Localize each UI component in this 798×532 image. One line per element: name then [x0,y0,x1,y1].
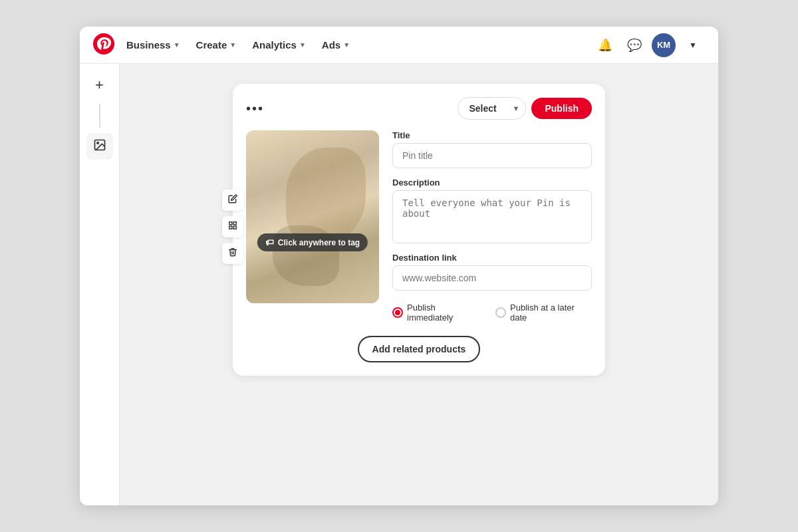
sidebar: + [80,64,120,505]
board-select-wrapper: Select Board 1 Board 2 Board 3 ▼ [458,97,526,120]
svg-rect-3 [229,222,232,225]
card-body: 🏷 Click anywhere to tag Title [246,130,592,323]
edit-tools [222,190,243,264]
publish-immediately-option[interactable]: Publish immediately [392,303,482,323]
svg-point-2 [96,142,98,144]
chat-icon: 💬 [627,38,642,53]
business-chevron-icon: ▼ [174,41,180,49]
plus-icon: + [95,76,104,94]
messages-button[interactable]: 💬 [622,33,646,57]
tag-icon: 🏷 [265,237,274,247]
analytics-chevron-icon: ▼ [299,41,306,49]
image-icon [93,138,106,155]
notifications-button[interactable]: 🔔 [593,33,617,57]
edit-pencil-button[interactable] [222,190,243,211]
destination-input[interactable] [392,265,592,291]
grid-icon [228,221,237,232]
card-footer: Add related products [246,336,592,362]
board-select[interactable]: Select Board 1 Board 2 Board 3 [458,97,526,120]
sidebar-divider [99,104,100,128]
title-group: Title [392,130,592,168]
grid-button[interactable] [222,216,243,237]
svg-point-0 [93,33,114,55]
description-input[interactable] [392,190,592,243]
nav-ads[interactable]: Ads ▼ [315,35,356,55]
publish-options: Publish immediately Publish at a later d… [392,303,592,323]
form-section: Title Description Destination link [392,130,592,323]
pin-image-visual [246,130,379,303]
delete-button[interactable] [222,243,243,264]
more-options-button[interactable]: ••• [246,101,264,116]
main-content: + ••• [80,64,718,505]
nav-right: 🔔 💬 KM ▼ [593,33,705,57]
user-avatar[interactable]: KM [652,33,676,57]
add-products-button[interactable]: Add related products [358,336,481,362]
navbar: Business ▼ Create ▼ Analytics ▼ Ads ▼ 🔔 … [80,27,718,64]
nav-menu: Business ▼ Create ▼ Analytics ▼ Ads ▼ [120,35,588,55]
publish-immediately-radio[interactable] [392,307,403,318]
title-label: Title [392,130,592,140]
page-area: ••• Select Board 1 Board 2 Board 3 ▼ Pub… [120,64,718,505]
pin-creator-card: ••• Select Board 1 Board 2 Board 3 ▼ Pub… [233,84,605,376]
publish-button[interactable]: Publish [531,98,592,119]
nav-business[interactable]: Business ▼ [120,35,187,55]
bell-icon: 🔔 [598,38,612,53]
pinterest-logo[interactable] [93,33,114,57]
description-group: Description [392,178,592,243]
trash-icon [228,247,237,259]
svg-rect-5 [229,226,232,229]
destination-group: Destination link [392,253,592,291]
create-chevron-icon: ▼ [229,41,236,49]
ads-chevron-icon: ▼ [343,41,350,49]
pencil-icon [228,194,237,205]
svg-rect-6 [233,226,236,229]
destination-label: Destination link [392,253,592,263]
svg-rect-4 [233,222,236,225]
image-section: 🏷 Click anywhere to tag [246,130,379,323]
nav-analytics[interactable]: Analytics ▼ [245,35,313,55]
description-label: Description [392,178,592,188]
card-header: ••• Select Board 1 Board 2 Board 3 ▼ Pub… [246,97,592,120]
account-chevron-button[interactable]: ▼ [681,33,705,57]
pin-image[interactable]: 🏷 Click anywhere to tag [246,130,379,303]
sidebar-add-button[interactable]: + [86,72,113,98]
publish-later-radio[interactable] [495,307,506,318]
publish-later-option[interactable]: Publish at a later date [495,303,592,323]
nav-create[interactable]: Create ▼ [190,35,243,55]
card-actions: Select Board 1 Board 2 Board 3 ▼ Publish [458,97,592,120]
title-input[interactable] [392,143,592,168]
tag-tooltip[interactable]: 🏷 Click anywhere to tag [257,233,368,251]
account-chevron-icon: ▼ [689,41,697,50]
sidebar-image-button[interactable] [86,133,113,160]
